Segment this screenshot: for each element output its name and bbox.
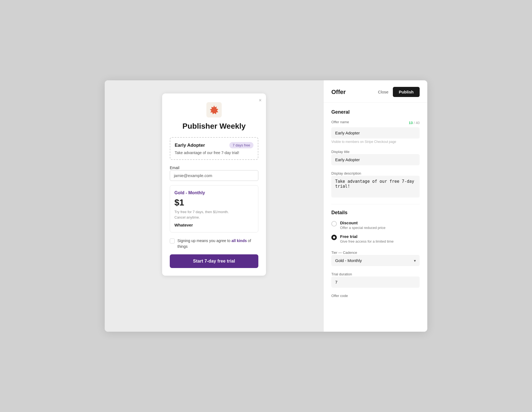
offer-name-field: Offer name 13 / 40 Visible to members on… xyxy=(331,120,420,144)
offer-type-radio-group: Discount Offer a special reduced price F… xyxy=(331,220,420,243)
offer-box: Early Adopter 7 days free Take advantage… xyxy=(170,137,258,160)
plan-description: Try free for 7 days, then $1/month. Canc… xyxy=(174,209,254,220)
preview-panel: × Publisher Weekly Early Adopter 7 days … xyxy=(105,80,323,332)
email-label: Email xyxy=(170,166,179,170)
terms-text: Signing up means you agree to all kinds … xyxy=(177,238,258,249)
offer-description: Take advantage of our free 7-day trial! xyxy=(175,151,253,155)
trial-duration-label: Trial duration xyxy=(331,272,352,276)
modal-title: Publisher Weekly xyxy=(170,122,258,131)
display-title-label: Display title xyxy=(331,150,349,154)
terms-link[interactable]: all kinds xyxy=(232,239,247,243)
email-input[interactable] xyxy=(170,170,258,181)
trial-duration-input[interactable] xyxy=(331,276,420,288)
discount-sublabel: Offer a special reduced price xyxy=(340,226,385,230)
settings-body: General Offer name 13 / 40 Visible to me… xyxy=(324,103,427,332)
discount-radio-item[interactable]: Discount Offer a special reduced price xyxy=(331,220,420,230)
offer-name-label: Offer name xyxy=(331,120,349,124)
display-desc-field: Display description Take advantage of ou… xyxy=(331,171,420,199)
display-title-input[interactable] xyxy=(331,154,420,165)
offer-name: Early Adopter xyxy=(175,143,205,148)
offer-name-input[interactable] xyxy=(331,127,420,139)
discount-label: Discount xyxy=(340,220,385,225)
trial-badge: 7 days free xyxy=(229,142,253,148)
cta-button[interactable]: Start 7-day free trial xyxy=(170,254,258,268)
plan-feature: Whatever xyxy=(174,223,254,227)
starburst-icon xyxy=(209,105,219,115)
free-trial-radio[interactable] xyxy=(331,235,337,240)
modal-close-button[interactable]: × xyxy=(259,98,262,103)
display-desc-textarea[interactable]: Take advantage of our free 7-day trial! xyxy=(331,176,420,198)
tier-cadence-label: Tier — Cadence xyxy=(331,251,357,255)
settings-header: Offer Close Publish xyxy=(324,80,427,103)
display-title-field: Display title xyxy=(331,149,420,165)
free-trial-label: Free trial xyxy=(340,234,394,239)
publish-button[interactable]: Publish xyxy=(393,87,420,97)
free-trial-sublabel: Give free access for a limited time xyxy=(340,239,394,243)
svg-marker-0 xyxy=(210,105,218,114)
tier-cadence-field: Tier — Cadence Gold - Monthly ▾ xyxy=(331,250,420,266)
details-heading: Details xyxy=(331,210,420,216)
tier-cadence-select-wrapper: Gold - Monthly ▾ xyxy=(331,255,420,266)
plan-box: Gold - Monthly $1 Try free for 7 days, t… xyxy=(170,185,258,233)
plan-price: $1 xyxy=(174,198,254,208)
discount-text-group: Discount Offer a special reduced price xyxy=(340,220,385,230)
plan-name: Gold - Monthly xyxy=(174,190,254,195)
offer-code-label: Offer code xyxy=(331,294,348,298)
terms-checkbox[interactable] xyxy=(170,239,175,243)
modal-logo xyxy=(170,102,258,117)
display-desc-label: Display description xyxy=(331,171,361,175)
section-divider xyxy=(331,204,420,204)
settings-title: Offer xyxy=(331,89,346,96)
trial-duration-field: Trial duration xyxy=(331,272,420,288)
general-heading: General xyxy=(331,109,420,115)
settings-panel: Offer Close Publish General Offer name 1… xyxy=(323,80,427,332)
close-button[interactable]: Close xyxy=(378,90,388,94)
terms-row: Signing up means you agree to all kinds … xyxy=(170,238,258,249)
preview-modal: × Publisher Weekly Early Adopter 7 days … xyxy=(162,93,266,276)
free-trial-radio-item[interactable]: Free trial Give free access for a limite… xyxy=(331,234,420,243)
logo-badge xyxy=(206,102,222,117)
email-section: Email xyxy=(170,165,258,181)
tier-cadence-select[interactable]: Gold - Monthly xyxy=(331,255,420,266)
discount-radio[interactable] xyxy=(331,221,337,226)
offer-code-field: Offer code xyxy=(331,293,420,298)
header-actions: Close Publish xyxy=(378,87,420,97)
free-trial-text-group: Free trial Give free access for a limite… xyxy=(340,234,394,243)
char-count: 13 / 40 xyxy=(409,121,420,125)
offer-name-hint: Visible to members on Stripe Checkout pa… xyxy=(331,140,420,144)
